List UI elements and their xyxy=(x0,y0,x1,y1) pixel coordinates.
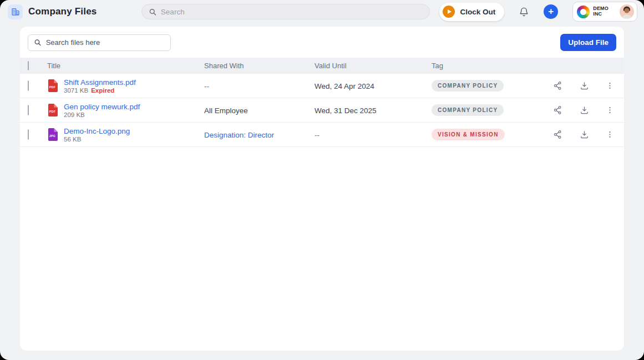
column-header-valid-until: Valid Until xyxy=(315,62,432,70)
column-header-title: Title xyxy=(47,62,204,70)
bell-icon xyxy=(519,7,529,17)
file-type-label: PDF xyxy=(49,85,55,89)
company-logo-icon xyxy=(577,6,590,18)
file-meta: 3071 KB Expired xyxy=(64,87,136,94)
shared-with-value: All Employee xyxy=(204,107,248,115)
search-icon xyxy=(34,38,42,47)
files-search[interactable] xyxy=(28,34,171,51)
file-type-icon: PDF xyxy=(47,104,58,116)
share-icon xyxy=(553,130,562,139)
file-size: 56 KB xyxy=(64,136,81,143)
share-button[interactable] xyxy=(553,130,562,139)
file-meta: 56 KB xyxy=(64,136,130,143)
files-search-input[interactable] xyxy=(46,38,165,47)
download-button[interactable] xyxy=(580,130,589,139)
add-button[interactable]: + xyxy=(544,4,558,19)
file-type-icon: PDF xyxy=(47,79,58,92)
download-icon xyxy=(580,130,589,139)
row-checkbox[interactable] xyxy=(28,105,29,115)
download-icon xyxy=(580,105,589,115)
more-options-button[interactable] xyxy=(606,82,614,90)
table-body: PDF Shift Assignments.pdf 3071 KB Expire… xyxy=(20,74,624,147)
topbar-actions: Clock Out + DEMO INC xyxy=(439,2,637,22)
tag-badge: VISION & MISSION xyxy=(432,129,505,140)
download-icon xyxy=(580,81,589,90)
share-icon xyxy=(553,81,562,90)
share-button[interactable] xyxy=(553,81,562,90)
clock-out-label: Clock Out xyxy=(460,8,495,16)
file-type-icon: JPG xyxy=(47,128,58,141)
file-type-label: PDF xyxy=(49,110,55,113)
app-window: Company Files Clock Out + DEMO INC xyxy=(0,0,644,360)
file-size: 3071 KB xyxy=(64,87,88,94)
file-type-label: JPG xyxy=(49,134,55,138)
topbar: Company Files Clock Out + DEMO INC xyxy=(0,0,644,23)
file-size: 209 KB xyxy=(64,111,85,118)
company-files-icon xyxy=(8,4,23,19)
select-all-checkbox[interactable] xyxy=(28,61,29,70)
clock-out-button[interactable]: Clock Out xyxy=(439,3,504,21)
tag-badge: COMPANY POLICY xyxy=(432,104,504,116)
file-meta: 209 KB xyxy=(64,111,140,118)
download-button[interactable] xyxy=(580,81,589,90)
valid-until-value: Wed, 31 Dec 2025 xyxy=(315,107,377,115)
download-button[interactable] xyxy=(580,105,589,115)
table-row: PDF Gen policy mewurk.pdf 209 KB All Emp… xyxy=(20,98,624,123)
table-header: Title Shared With Valid Until Tag xyxy=(20,58,624,74)
kebab-menu-icon xyxy=(606,130,614,139)
global-search-input[interactable] xyxy=(161,8,423,16)
search-icon xyxy=(149,8,156,16)
shared-with-value: -- xyxy=(204,82,209,90)
clock-out-play-icon xyxy=(443,6,455,18)
file-name-link[interactable]: Gen policy mewurk.pdf xyxy=(64,103,140,111)
row-checkbox[interactable] xyxy=(28,129,29,140)
tag-badge: COMPANY POLICY xyxy=(432,80,504,92)
user-avatar[interactable] xyxy=(620,4,634,19)
plus-icon: + xyxy=(548,7,554,16)
column-header-tag: Tag xyxy=(432,62,553,70)
account-menu[interactable]: DEMO INC xyxy=(572,2,637,22)
kebab-menu-icon xyxy=(606,106,614,114)
shared-with-value[interactable]: Designation: Director xyxy=(204,131,274,139)
files-toolbar: Upload File xyxy=(20,27,624,58)
file-name-link[interactable]: Shift Assignments.pdf xyxy=(64,78,136,87)
page-title: Company Files xyxy=(28,6,97,17)
more-options-button[interactable] xyxy=(606,106,614,114)
company-name: DEMO INC xyxy=(593,6,608,17)
more-options-button[interactable] xyxy=(606,130,614,139)
table-row: PDF Shift Assignments.pdf 3071 KB Expire… xyxy=(20,74,624,98)
share-icon xyxy=(553,105,562,115)
files-panel: Upload File Title Shared With Valid Unti… xyxy=(20,27,624,351)
file-name-link[interactable]: Demo-Inc-Logo.png xyxy=(64,127,130,135)
valid-until-value: Wed, 24 Apr 2024 xyxy=(315,82,374,90)
valid-until-value: -- xyxy=(315,131,320,139)
kebab-menu-icon xyxy=(606,82,614,90)
share-button[interactable] xyxy=(553,105,562,115)
upload-file-button[interactable]: Upload File xyxy=(560,34,616,51)
column-header-shared-with: Shared With xyxy=(204,62,315,70)
global-search[interactable] xyxy=(141,4,430,19)
table-row: JPG Demo-Inc-Logo.png 56 KB Designation:… xyxy=(20,123,624,147)
row-checkbox[interactable] xyxy=(28,80,29,91)
expired-badge: Expired xyxy=(91,87,114,94)
notifications-button[interactable] xyxy=(519,7,529,17)
